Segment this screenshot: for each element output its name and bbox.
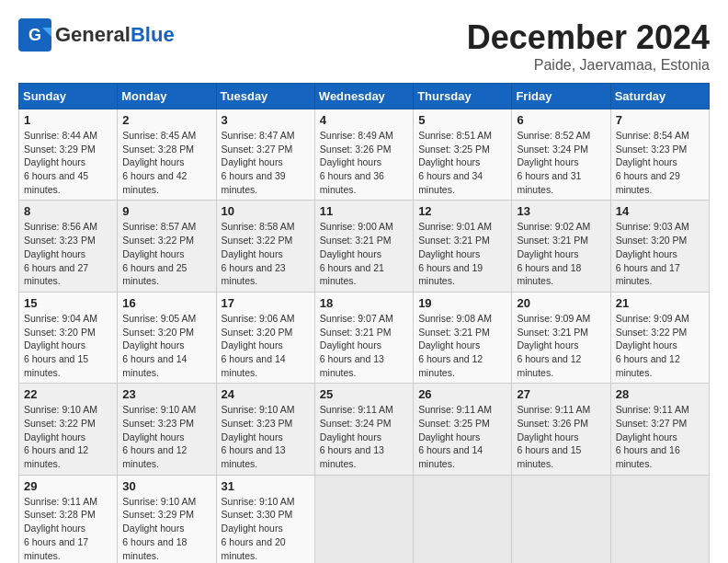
day-number: 23: [122, 387, 210, 401]
day-info: Sunrise: 9:06 AMSunset: 3:20 PMDaylight …: [222, 312, 310, 379]
day-number: 13: [517, 204, 605, 218]
calendar-header-monday: Monday: [118, 84, 216, 109]
day-info: Sunrise: 9:11 AMSunset: 3:28 PMDaylight …: [24, 495, 112, 562]
day-info: Sunrise: 9:10 AMSunset: 3:29 PMDaylight …: [122, 495, 210, 562]
day-info: Sunrise: 9:11 AMSunset: 3:26 PMDaylight …: [517, 403, 605, 470]
calendar-week-row: 1Sunrise: 8:44 AMSunset: 3:29 PMDaylight…: [19, 109, 710, 201]
day-info: Sunrise: 8:45 AMSunset: 3:28 PMDaylight …: [122, 129, 210, 196]
calendar-cell: 11Sunrise: 9:00 AMSunset: 3:21 PMDayligh…: [314, 201, 413, 292]
day-info: Sunrise: 8:51 AMSunset: 3:25 PMDaylight …: [418, 129, 506, 196]
day-number: 30: [122, 479, 210, 493]
day-number: 9: [122, 204, 210, 218]
day-info: Sunrise: 9:00 AMSunset: 3:21 PMDaylight …: [320, 220, 408, 287]
month-title: December 2024: [467, 18, 710, 57]
calendar-header-wednesday: Wednesday: [314, 84, 413, 109]
day-info: Sunrise: 9:10 AMSunset: 3:30 PMDaylight …: [222, 495, 310, 562]
calendar-cell: [512, 475, 610, 563]
calendar-cell: 19Sunrise: 9:08 AMSunset: 3:21 PMDayligh…: [414, 292, 512, 383]
day-info: Sunrise: 9:10 AMSunset: 3:23 PMDaylight …: [122, 403, 210, 470]
day-number: 7: [616, 113, 704, 127]
calendar-cell: 21Sunrise: 9:09 AMSunset: 3:22 PMDayligh…: [610, 292, 709, 383]
calendar-cell: 10Sunrise: 8:58 AMSunset: 3:22 PMDayligh…: [216, 201, 314, 292]
day-info: Sunrise: 9:07 AMSunset: 3:21 PMDaylight …: [320, 312, 408, 379]
day-number: 14: [616, 204, 704, 218]
day-number: 10: [222, 204, 310, 218]
day-number: 8: [24, 204, 112, 218]
day-info: Sunrise: 9:03 AMSunset: 3:20 PMDaylight …: [616, 220, 704, 287]
day-info: Sunrise: 8:44 AMSunset: 3:29 PMDaylight …: [24, 129, 112, 196]
day-info: Sunrise: 8:47 AMSunset: 3:27 PMDaylight …: [222, 129, 310, 196]
calendar-cell: 3Sunrise: 8:47 AMSunset: 3:27 PMDaylight…: [216, 109, 314, 201]
day-number: 26: [418, 387, 506, 401]
logo-text-blue: Blue: [131, 23, 175, 46]
calendar-cell: 30Sunrise: 9:10 AMSunset: 3:29 PMDayligh…: [118, 475, 216, 563]
day-info: Sunrise: 9:09 AMSunset: 3:21 PMDaylight …: [517, 312, 605, 379]
calendar-cell: 24Sunrise: 9:10 AMSunset: 3:23 PMDayligh…: [216, 384, 314, 475]
day-number: 5: [418, 113, 506, 127]
day-info: Sunrise: 9:04 AMSunset: 3:20 PMDaylight …: [24, 312, 112, 379]
day-number: 3: [222, 113, 310, 127]
calendar-cell: 8Sunrise: 8:56 AMSunset: 3:23 PMDaylight…: [19, 201, 118, 292]
calendar-cell: 2Sunrise: 8:45 AMSunset: 3:28 PMDaylight…: [118, 109, 216, 201]
day-info: Sunrise: 8:49 AMSunset: 3:26 PMDaylight …: [320, 129, 408, 196]
calendar-cell: 20Sunrise: 9:09 AMSunset: 3:21 PMDayligh…: [512, 292, 610, 383]
day-number: 29: [24, 479, 112, 493]
calendar-cell: 17Sunrise: 9:06 AMSunset: 3:20 PMDayligh…: [216, 292, 314, 383]
day-number: 25: [320, 387, 408, 401]
day-number: 1: [24, 113, 112, 127]
title-block: December 2024 Paide, Jaervamaa, Estonia: [467, 18, 710, 74]
calendar-cell: 27Sunrise: 9:11 AMSunset: 3:26 PMDayligh…: [512, 384, 610, 475]
day-info: Sunrise: 8:52 AMSunset: 3:24 PMDaylight …: [517, 129, 605, 196]
day-info: Sunrise: 9:09 AMSunset: 3:22 PMDaylight …: [616, 312, 704, 379]
calendar-cell: 5Sunrise: 8:51 AMSunset: 3:25 PMDaylight…: [414, 109, 512, 201]
day-number: 22: [24, 387, 112, 401]
calendar-header-thursday: Thursday: [414, 84, 512, 109]
day-number: 28: [616, 387, 704, 401]
day-info: Sunrise: 9:05 AMSunset: 3:20 PMDaylight …: [122, 312, 210, 379]
day-number: 24: [222, 387, 310, 401]
day-number: 4: [320, 113, 408, 127]
calendar-cell: 15Sunrise: 9:04 AMSunset: 3:20 PMDayligh…: [19, 292, 118, 383]
logo-icon: G: [18, 18, 51, 52]
calendar-cell: 18Sunrise: 9:07 AMSunset: 3:21 PMDayligh…: [314, 292, 413, 383]
calendar-cell: 22Sunrise: 9:10 AMSunset: 3:22 PMDayligh…: [19, 384, 118, 475]
calendar-week-row: 15Sunrise: 9:04 AMSunset: 3:20 PMDayligh…: [19, 292, 710, 383]
calendar-cell: 25Sunrise: 9:11 AMSunset: 3:24 PMDayligh…: [314, 384, 413, 475]
calendar-header-sunday: Sunday: [19, 84, 118, 109]
svg-text:G: G: [28, 26, 41, 44]
day-number: 27: [517, 387, 605, 401]
calendar-cell: 6Sunrise: 8:52 AMSunset: 3:24 PMDaylight…: [512, 109, 610, 201]
calendar-cell: 14Sunrise: 9:03 AMSunset: 3:20 PMDayligh…: [610, 201, 709, 292]
calendar-week-row: 8Sunrise: 8:56 AMSunset: 3:23 PMDaylight…: [19, 201, 710, 292]
calendar-cell: 23Sunrise: 9:10 AMSunset: 3:23 PMDayligh…: [118, 384, 216, 475]
day-info: Sunrise: 8:56 AMSunset: 3:23 PMDaylight …: [24, 220, 112, 287]
day-number: 2: [122, 113, 210, 127]
day-info: Sunrise: 9:11 AMSunset: 3:24 PMDaylight …: [320, 403, 408, 470]
day-number: 6: [517, 113, 605, 127]
day-info: Sunrise: 8:54 AMSunset: 3:23 PMDaylight …: [616, 129, 704, 196]
logo: G GeneralBlue: [18, 18, 175, 52]
calendar-cell: [314, 475, 413, 563]
calendar-cell: [414, 475, 512, 563]
calendar-cell: 9Sunrise: 8:57 AMSunset: 3:22 PMDaylight…: [118, 201, 216, 292]
day-info: Sunrise: 9:11 AMSunset: 3:25 PMDaylight …: [418, 403, 506, 470]
calendar-cell: 29Sunrise: 9:11 AMSunset: 3:28 PMDayligh…: [19, 475, 118, 563]
day-number: 17: [222, 296, 310, 310]
calendar-cell: 12Sunrise: 9:01 AMSunset: 3:21 PMDayligh…: [414, 201, 512, 292]
calendar-cell: 16Sunrise: 9:05 AMSunset: 3:20 PMDayligh…: [118, 292, 216, 383]
calendar-cell: 28Sunrise: 9:11 AMSunset: 3:27 PMDayligh…: [610, 384, 709, 475]
day-number: 16: [122, 296, 210, 310]
calendar-table: SundayMondayTuesdayWednesdayThursdayFrid…: [18, 83, 710, 563]
day-number: 20: [517, 296, 605, 310]
calendar-cell: 26Sunrise: 9:11 AMSunset: 3:25 PMDayligh…: [414, 384, 512, 475]
calendar-week-row: 22Sunrise: 9:10 AMSunset: 3:22 PMDayligh…: [19, 384, 710, 475]
day-info: Sunrise: 9:10 AMSunset: 3:22 PMDaylight …: [24, 403, 112, 470]
calendar-cell: [610, 475, 709, 563]
calendar-cell: 13Sunrise: 9:02 AMSunset: 3:21 PMDayligh…: [512, 201, 610, 292]
location-title: Paide, Jaervamaa, Estonia: [467, 57, 710, 74]
day-number: 18: [320, 296, 408, 310]
day-number: 12: [418, 204, 506, 218]
day-number: 21: [616, 296, 704, 310]
calendar-header-friday: Friday: [512, 84, 610, 109]
day-number: 31: [222, 479, 310, 493]
